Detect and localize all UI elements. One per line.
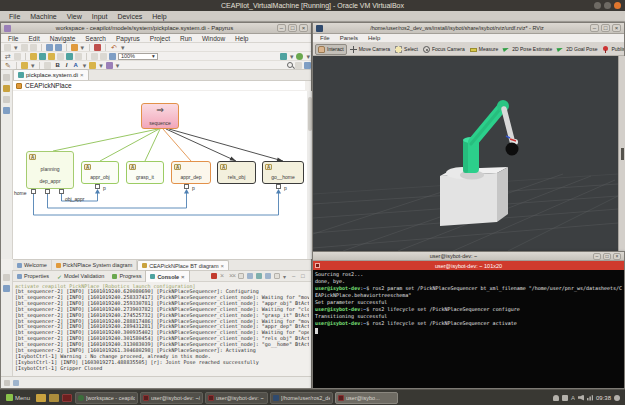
validate-icon[interactable]: [94, 44, 101, 51]
port-obj-appr[interactable]: [59, 189, 64, 194]
outline-icon[interactable]: [3, 85, 10, 92]
screen-session-titlebar[interactable]: user@isybot-dev: ~ 101x20: [313, 261, 624, 270]
perspective-icon[interactable]: [295, 62, 302, 69]
tab-progress[interactable]: Progress: [108, 270, 145, 282]
zoom-out-icon[interactable]: [91, 53, 98, 60]
remove-launch-icon[interactable]: [220, 273, 226, 279]
tool-publish-point[interactable]: Publish Point: [600, 45, 624, 54]
restore-panel-icon[interactable]: [3, 274, 10, 281]
port-dep-appr[interactable]: [45, 189, 50, 194]
terminal-titlebar[interactable]: user@isybot-dev: ~: [313, 252, 624, 261]
taskbar-window-button[interactable]: user@isybot-dev: ~/...: [140, 392, 203, 404]
tool-interact[interactable]: Interact: [315, 44, 347, 55]
export-icon[interactable]: [55, 44, 62, 51]
tool-measure[interactable]: Measure: [468, 45, 500, 53]
applications-menu-button[interactable]: Menu: [3, 393, 33, 402]
tab-model-validation[interactable]: Model Validation: [53, 270, 108, 282]
clock[interactable]: 09:38: [596, 395, 611, 401]
tab-pickplace-system[interactable]: pickplace.system.di: [13, 69, 89, 80]
layout-icon[interactable]: [66, 53, 73, 60]
menu-item-file[interactable]: File: [3, 35, 23, 42]
menu-item-machine[interactable]: Machine: [25, 13, 61, 20]
menu-item-project[interactable]: Project: [145, 35, 175, 42]
taskbar-window-button[interactable]: user@isybo...: [335, 392, 398, 404]
menu-item-file[interactable]: File: [4, 13, 25, 20]
layer-icon[interactable]: [48, 53, 55, 60]
route-icon[interactable]: [57, 53, 64, 60]
run-icon[interactable]: [296, 53, 303, 60]
menu-item-edit[interactable]: Edit: [23, 35, 44, 42]
close-icon[interactable]: [221, 263, 225, 269]
bt-node-appr-obj[interactable]: A appr_obj: [81, 161, 119, 184]
open-perspective-icon[interactable]: [304, 62, 311, 69]
terminate-icon[interactable]: [211, 273, 217, 279]
restore-panel-icon[interactable]: [3, 74, 10, 81]
menu-item-window[interactable]: Window: [197, 35, 230, 42]
italic-button[interactable]: I: [64, 62, 70, 68]
taskbar-window-button[interactable]: user@isybot-dev: ~: [205, 392, 268, 404]
close-icon[interactable]: [181, 274, 185, 280]
open-console-dropdown-icon[interactable]: [283, 273, 289, 279]
bt-node-planning[interactable]: A planning dep_appr: [26, 151, 74, 189]
close-icon[interactable]: [614, 2, 621, 9]
scroll-lock-icon[interactable]: [247, 273, 253, 279]
new-file-icon[interactable]: [4, 44, 11, 51]
dropdown-icon[interactable]: ▾: [289, 53, 295, 60]
tool-2d-pose-estimate[interactable]: 2D Pose Estimate: [501, 45, 554, 54]
menu-item-run[interactable]: Run: [175, 35, 197, 42]
grid-icon[interactable]: [109, 53, 116, 60]
shutdown-icon[interactable]: [614, 395, 620, 401]
align-icon[interactable]: [30, 53, 37, 60]
line-color-icon[interactable]: [106, 62, 113, 69]
volume-icon[interactable]: [578, 395, 584, 401]
minimize-icon[interactable]: [594, 2, 601, 9]
taskbar-window-button[interactable]: [/home/user/ros2_de...: [270, 392, 333, 404]
tool-move-camera[interactable]: Move Camera: [348, 45, 392, 54]
menu-item-search[interactable]: Search: [80, 35, 111, 42]
marquee-icon[interactable]: [14, 53, 21, 60]
menu-item-papyrus[interactable]: Papyrus: [111, 35, 145, 42]
close-icon[interactable]: [612, 24, 621, 32]
minimize-icon[interactable]: [590, 24, 599, 32]
dropdown-icon[interactable]: ▾: [115, 62, 121, 69]
menu-item-navigate[interactable]: Navigate: [45, 35, 81, 42]
port-p-appr-dep[interactable]: [184, 184, 189, 189]
font-icon[interactable]: [44, 62, 51, 69]
import-icon[interactable]: [280, 53, 287, 60]
style-icon[interactable]: [21, 62, 28, 69]
display-icon[interactable]: [562, 395, 568, 401]
menu-item-devices[interactable]: Devices: [112, 13, 147, 20]
bt-node-grasp-it[interactable]: A grasp_it: [126, 161, 164, 184]
file-manager-icon[interactable]: [36, 394, 46, 402]
pin-console-icon[interactable]: [265, 273, 271, 279]
dropdown-icon[interactable]: ▾: [120, 44, 126, 51]
new-model-icon[interactable]: [71, 44, 78, 51]
maximize-icon[interactable]: [288, 24, 297, 32]
display-selected-console-icon[interactable]: [274, 273, 280, 279]
terminal-output[interactable]: Sourcing ros2...done, bye.user@isybot-de…: [313, 270, 624, 388]
menu-item-input[interactable]: Input: [87, 13, 113, 20]
save-all-icon[interactable]: [30, 44, 37, 51]
port-p-go-home[interactable]: [276, 184, 281, 189]
bold-button[interactable]: B: [53, 62, 61, 68]
tab-console[interactable]: Console: [145, 270, 189, 282]
maximize-icon[interactable]: [604, 2, 611, 9]
tool-2d-goal-pose[interactable]: 2D Goal Pose: [555, 45, 599, 54]
bt-diagram-canvas[interactable]: ⇒ sequence A planning dep_appr A appr_ob…: [13, 91, 307, 259]
tasks-icon[interactable]: [3, 285, 10, 292]
word-wrap-icon[interactable]: [256, 273, 262, 279]
menu-item-help[interactable]: Help: [147, 13, 171, 20]
bt-node-appr-dep[interactable]: A appr_dep: [171, 161, 211, 184]
project-explorer-icon[interactable]: [3, 96, 10, 103]
print-icon[interactable]: [46, 44, 53, 51]
bt-node-sequence[interactable]: ⇒ sequence: [141, 103, 179, 129]
dropdown-icon[interactable]: ▾: [98, 62, 104, 69]
bt-node-go-home[interactable]: A go__home: [262, 161, 304, 184]
distribute-icon[interactable]: [39, 53, 46, 60]
tab-properties[interactable]: Properties: [13, 270, 53, 282]
close-icon[interactable]: [613, 253, 621, 260]
bt-node-rels-obj[interactable]: A rels_obj: [217, 161, 256, 184]
tab-welcome[interactable]: Welcome: [13, 260, 52, 270]
pencil-icon[interactable]: ✎: [4, 62, 12, 69]
search-icon[interactable]: [287, 62, 293, 68]
